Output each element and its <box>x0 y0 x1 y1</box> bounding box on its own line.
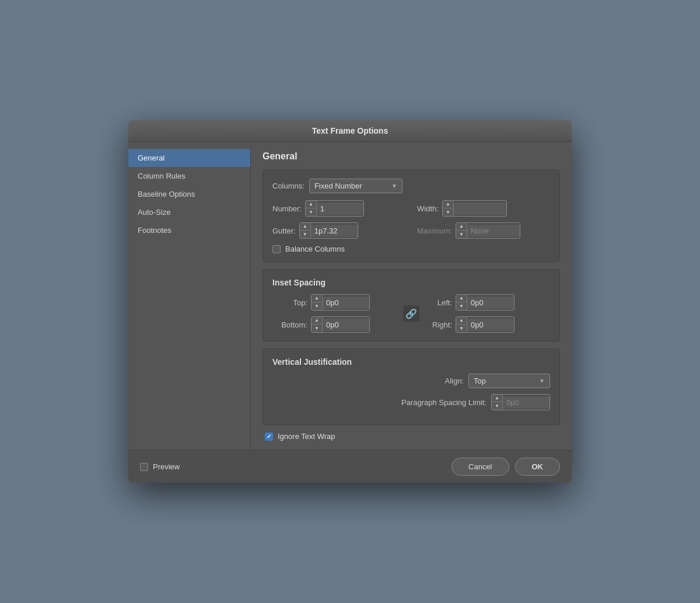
top-up-btn[interactable]: ▲ <box>312 295 322 302</box>
maximum-spinner[interactable]: ▲ ▼ <box>456 222 520 239</box>
top-spinner[interactable]: ▲ ▼ <box>311 294 370 311</box>
top-down-btn[interactable]: ▼ <box>312 302 322 310</box>
inset-link-icon[interactable]: 🔗 <box>400 305 423 322</box>
columns-panel: Columns: Fixed Number ▼ Number: ▲ ▼ <box>262 170 560 262</box>
balance-columns-row: Balance Columns <box>272 245 550 253</box>
width-up-btn[interactable]: ▲ <box>443 201 453 208</box>
ok-button[interactable]: OK <box>515 458 561 476</box>
dialog-body: General Column Rules Baseline Options Au… <box>128 142 572 450</box>
ignore-text-wrap-label: Ignore Text Wrap <box>278 432 335 441</box>
spacing-input[interactable] <box>503 396 550 409</box>
maximum-field-row: Maximum: ▲ ▼ <box>417 222 550 239</box>
bottom-down-btn[interactable]: ▼ <box>312 325 322 332</box>
gutter-field-row: Gutter: ▲ ▼ <box>272 222 405 239</box>
inset-spacing-title: Inset Spacing <box>272 278 550 287</box>
maximum-down-btn[interactable]: ▼ <box>456 231 467 238</box>
number-input[interactable] <box>317 203 363 215</box>
gutter-spinner[interactable]: ▲ ▼ <box>299 222 358 239</box>
columns-dropdown[interactable]: Fixed Number ▼ <box>309 179 402 193</box>
width-spinner[interactable]: ▲ ▼ <box>442 200 507 217</box>
gutter-input[interactable] <box>311 225 358 237</box>
number-label: Number: <box>272 204 302 213</box>
number-width-grid: Number: ▲ ▼ Width: <box>272 200 550 217</box>
width-field-row: Width: ▲ ▼ <box>417 200 550 217</box>
sidebar-item-footnotes[interactable]: Footnotes <box>128 221 250 239</box>
right-spinner[interactable]: ▲ ▼ <box>456 316 514 333</box>
number-field-row: Number: ▲ ▼ <box>272 200 405 217</box>
gutter-down-btn[interactable]: ▼ <box>300 231 310 238</box>
footer-right: Cancel OK <box>452 458 560 476</box>
preview-label: Preview <box>153 462 180 471</box>
sidebar-item-general[interactable]: General <box>128 149 250 167</box>
sidebar-item-column-rules[interactable]: Column Rules <box>128 167 250 185</box>
text-frame-options-dialog: Text Frame Options General Column Rules … <box>128 120 572 483</box>
link-chain-icon[interactable]: 🔗 <box>403 305 419 322</box>
dialog-footer: Preview Cancel OK <box>128 450 572 483</box>
top-input[interactable] <box>323 297 369 309</box>
width-input[interactable] <box>454 203 506 215</box>
sidebar-item-auto-size[interactable]: Auto-Size <box>128 203 250 221</box>
left-label: Left: <box>423 298 452 307</box>
ignore-text-wrap-row: Ignore Text Wrap <box>265 432 560 441</box>
bottom-up-btn[interactable]: ▲ <box>312 317 322 325</box>
maximum-label: Maximum: <box>417 226 452 235</box>
left-up-btn[interactable]: ▲ <box>456 295 467 302</box>
ignore-text-wrap-checkbox[interactable] <box>265 433 273 441</box>
chevron-down-icon: ▼ <box>391 183 397 189</box>
left-down-btn[interactable]: ▼ <box>456 302 467 310</box>
maximum-up-btn[interactable]: ▲ <box>456 223 467 231</box>
balance-columns-checkbox[interactable] <box>272 245 281 253</box>
columns-row: Columns: Fixed Number ▼ <box>272 179 550 193</box>
right-label: Right: <box>423 320 452 329</box>
sidebar: General Column Rules Baseline Options Au… <box>128 142 251 450</box>
number-up-btn[interactable]: ▲ <box>306 201 316 208</box>
left-input[interactable] <box>467 297 514 309</box>
inset-left: Top: ▲ ▼ Bottom: <box>272 294 400 333</box>
align-chevron-down-icon: ▼ <box>539 378 545 384</box>
align-label: Align: <box>444 377 464 385</box>
inset-right: Left: ▲ ▼ Right: <box>423 294 550 333</box>
inset-spacing-panel: Inset Spacing Top: ▲ ▼ <box>262 269 560 341</box>
gutter-up-btn[interactable]: ▲ <box>300 223 310 231</box>
bottom-label: Bottom: <box>272 320 307 329</box>
left-spinner[interactable]: ▲ ▼ <box>456 294 514 311</box>
right-down-btn[interactable]: ▼ <box>456 325 467 332</box>
section-title: General <box>262 151 560 162</box>
bottom-input[interactable] <box>323 319 369 331</box>
gutter-label: Gutter: <box>272 226 296 235</box>
maximum-input[interactable] <box>467 225 520 237</box>
width-label: Width: <box>417 204 439 213</box>
vertical-justification-panel: Vertical Justification Align: Top ▼ Para… <box>262 348 560 425</box>
bottom-spinner[interactable]: ▲ ▼ <box>311 316 370 333</box>
width-down-btn[interactable]: ▼ <box>443 208 453 216</box>
align-dropdown[interactable]: Top ▼ <box>468 374 550 388</box>
right-input[interactable] <box>467 319 514 331</box>
spacing-down-btn[interactable]: ▼ <box>492 402 502 410</box>
spacing-up-btn[interactable]: ▲ <box>492 395 502 402</box>
right-field-row: Right: ▲ ▼ <box>423 316 550 333</box>
spacing-label: Paragraph Spacing Limit: <box>401 398 487 407</box>
footer-left: Preview <box>140 462 180 471</box>
spacing-spinner[interactable]: ▲ ▼ <box>491 394 550 410</box>
align-row: Align: Top ▼ <box>272 374 550 388</box>
number-down-btn[interactable]: ▼ <box>306 208 316 216</box>
preview-checkbox[interactable] <box>140 463 148 471</box>
main-content: General Columns: Fixed Number ▼ Number: <box>251 142 572 450</box>
bottom-field-row: Bottom: ▲ ▼ <box>272 316 400 333</box>
cancel-button[interactable]: Cancel <box>452 458 509 476</box>
sidebar-item-baseline-options[interactable]: Baseline Options <box>128 185 250 203</box>
vj-title: Vertical Justification <box>272 357 550 367</box>
right-up-btn[interactable]: ▲ <box>456 317 467 325</box>
inset-grid: Top: ▲ ▼ Bottom: <box>272 294 550 333</box>
top-field-row: Top: ▲ ▼ <box>272 294 400 311</box>
gutter-maximum-grid: Gutter: ▲ ▼ Maximum: <box>272 222 550 239</box>
number-spinner[interactable]: ▲ ▼ <box>305 200 364 217</box>
columns-label: Columns: <box>272 182 304 190</box>
top-label: Top: <box>272 298 307 307</box>
spacing-row: Paragraph Spacing Limit: ▲ ▼ <box>272 394 550 410</box>
dialog-title: Text Frame Options <box>128 120 572 142</box>
balance-columns-label: Balance Columns <box>285 245 345 253</box>
left-field-row: Left: ▲ ▼ <box>423 294 550 311</box>
